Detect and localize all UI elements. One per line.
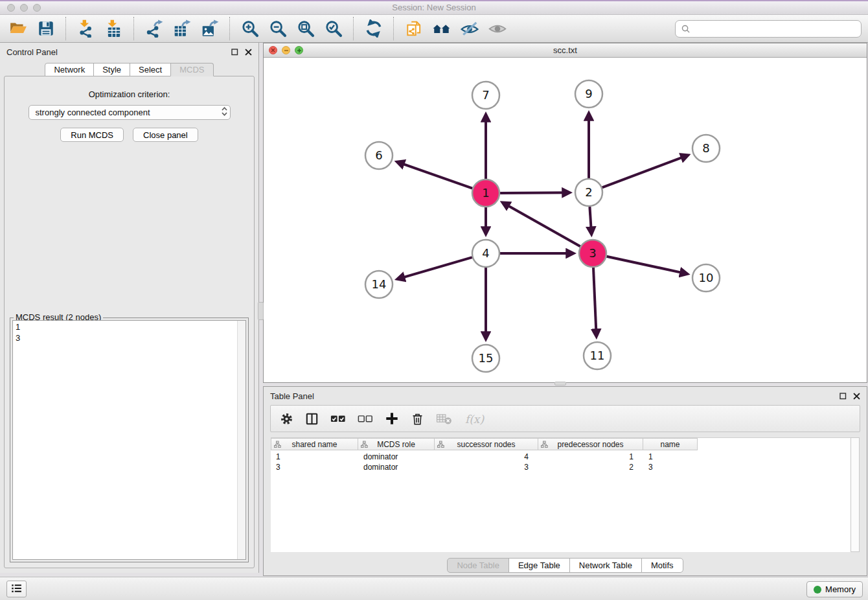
edge-1-2[interactable] xyxy=(500,192,569,193)
open-session-button[interactable] xyxy=(6,17,29,40)
cell-name: 3 xyxy=(643,463,698,472)
node-14[interactable]: 14 xyxy=(365,271,393,298)
node-8[interactable]: 8 xyxy=(692,135,720,162)
node-2[interactable]: 2 xyxy=(575,179,602,206)
close-panel-icon[interactable] xyxy=(245,49,252,56)
task-history-button[interactable] xyxy=(6,581,27,597)
minimize-window-button[interactable] xyxy=(20,4,28,12)
column-header-predecessor-nodes[interactable]: predecessor nodes xyxy=(538,438,643,450)
edge-1-6[interactable] xyxy=(397,162,472,189)
delete-column-icon xyxy=(411,412,424,426)
run-mcds-button[interactable]: Run MCDS xyxy=(60,128,124,142)
cell-shared-name: 3 xyxy=(271,463,358,472)
edge-3-11[interactable] xyxy=(593,268,597,336)
clone-network-button[interactable] xyxy=(402,17,425,40)
tab-select[interactable]: Select xyxy=(130,63,171,76)
tab-mcds[interactable]: MCDS xyxy=(170,63,213,76)
close-table-panel-icon[interactable] xyxy=(853,393,860,400)
zoom-fit-button[interactable] xyxy=(294,17,317,40)
hide-selected-button[interactable] xyxy=(458,17,481,40)
first-neighbors-button[interactable] xyxy=(430,17,453,40)
node-11[interactable]: 11 xyxy=(584,342,611,369)
deselect-all-rows-button[interactable] xyxy=(358,413,373,424)
float-table-panel-icon[interactable] xyxy=(839,393,847,400)
tab-node-table[interactable]: Node Table xyxy=(447,558,509,573)
column-header-name[interactable]: name xyxy=(643,438,698,450)
cell-successor-nodes: 4 xyxy=(435,452,538,461)
graph-svg[interactable]: 7968124314101511 xyxy=(264,58,867,382)
tab-network[interactable]: Network xyxy=(45,63,94,76)
node-7[interactable]: 7 xyxy=(472,82,499,109)
result-scrollbar[interactable] xyxy=(237,321,246,559)
import-table-button[interactable] xyxy=(102,17,125,40)
delete-column-button[interactable] xyxy=(411,412,424,426)
close-window-button[interactable] xyxy=(7,4,15,12)
minimize-network-button[interactable] xyxy=(282,46,290,54)
horizontal-splitter-handle[interactable] xyxy=(554,382,566,386)
edge-4-14[interactable] xyxy=(398,257,472,279)
export-image-icon xyxy=(201,19,219,38)
app-title: Session: New Session xyxy=(0,1,868,14)
node-15[interactable]: 15 xyxy=(472,345,499,372)
tab-style[interactable]: Style xyxy=(93,63,130,76)
table-scrollbar[interactable] xyxy=(851,437,860,552)
float-panel-icon[interactable] xyxy=(231,49,238,56)
table-settings-icon xyxy=(280,412,293,426)
zoom-selected-button[interactable] xyxy=(322,17,345,40)
search-input[interactable] xyxy=(694,24,856,34)
node-4[interactable]: 4 xyxy=(472,240,499,267)
app-titlebar: Session: New Session xyxy=(0,0,868,15)
column-header-mcds-role[interactable]: MCDS role xyxy=(358,438,435,450)
table-panel-title: Table Panel xyxy=(270,391,314,401)
node-10[interactable]: 10 xyxy=(692,264,720,292)
zoom-window-button[interactable] xyxy=(33,4,41,12)
criterion-select[interactable]: strongly connected component xyxy=(29,105,231,120)
memory-status-dot xyxy=(814,586,821,594)
network-canvas[interactable]: 7968124314101511 xyxy=(264,58,867,382)
import-network-button[interactable] xyxy=(74,17,97,40)
add-column-icon xyxy=(385,411,399,426)
node-9[interactable]: 9 xyxy=(575,80,602,108)
column-header-successor-nodes[interactable]: successor nodes xyxy=(435,438,538,450)
node-1[interactable]: 1 xyxy=(472,179,499,207)
table-toolbar: f(x) xyxy=(270,405,860,432)
cell-successor-nodes: 3 xyxy=(435,463,538,472)
edge-2-8[interactable] xyxy=(602,156,688,188)
edge-3-1[interactable] xyxy=(503,203,580,247)
edge-2-3[interactable] xyxy=(589,207,591,234)
column-header-shared-name[interactable]: shared name xyxy=(271,438,358,450)
tab-network-table[interactable]: Network Table xyxy=(569,558,642,573)
deselect-all-rows-icon xyxy=(358,413,373,424)
refresh-view-button[interactable] xyxy=(362,17,385,40)
save-session-button[interactable] xyxy=(34,17,57,40)
show-all-button[interactable] xyxy=(486,17,508,40)
node-3[interactable]: 3 xyxy=(579,240,606,267)
memory-button[interactable]: Memory xyxy=(806,581,863,597)
search-box[interactable] xyxy=(675,20,862,38)
tab-edge-table[interactable]: Edge Table xyxy=(508,558,570,573)
table-settings-button[interactable] xyxy=(280,412,293,426)
export-network-button[interactable] xyxy=(143,17,165,40)
column-tree-icon xyxy=(541,441,548,448)
table-row[interactable]: 1dominator411 xyxy=(271,452,857,462)
node-label: 1 xyxy=(482,186,489,200)
mcds-result-list[interactable]: 13 xyxy=(12,320,246,560)
table-panel-header: Table Panel xyxy=(264,387,867,405)
tab-motifs[interactable]: Motifs xyxy=(641,558,683,573)
select-all-rows-button[interactable] xyxy=(330,413,346,424)
node-table: shared nameMCDS rolesuccessor nodesprede… xyxy=(271,437,857,552)
export-image-button[interactable] xyxy=(198,17,221,40)
node-label: 3 xyxy=(589,246,596,260)
show-columns-button[interactable] xyxy=(305,412,319,426)
zoom-in-button[interactable] xyxy=(238,17,261,40)
add-column-button[interactable] xyxy=(385,411,399,426)
maximize-network-button[interactable] xyxy=(295,46,303,54)
zoom-out-button[interactable] xyxy=(266,17,289,40)
export-table-button[interactable] xyxy=(170,17,193,40)
node-6[interactable]: 6 xyxy=(365,142,393,169)
table-row[interactable]: 3dominator323 xyxy=(271,462,857,472)
close-panel-button[interactable]: Close panel xyxy=(133,128,198,142)
edge-3-10[interactable] xyxy=(607,257,687,274)
close-network-button[interactable] xyxy=(269,46,277,54)
vertical-splitter-handle[interactable] xyxy=(258,302,264,320)
